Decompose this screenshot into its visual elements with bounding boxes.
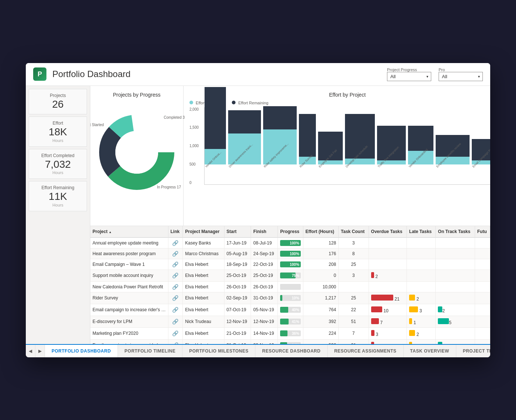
cell-ontrack: 2 [436,304,475,316]
col-future[interactable]: Futu [475,226,490,237]
legend-dot-remaining [232,101,236,104]
cell-tasks: 25 [338,292,369,304]
progress-fill [280,307,288,313]
link-icon[interactable]: 🔗 [172,261,178,267]
pro-select[interactable]: All [439,72,483,81]
tab-resource-assignments[interactable]: RESOURCE ASSIGNMENTS [328,345,404,357]
cell-overdue [369,259,407,270]
cell-manager: Elva Hebert [183,270,224,281]
tab-nav-prev[interactable]: ◀ [26,345,35,357]
progress-bar: 34% [280,342,301,344]
col-progress[interactable]: Progress [278,226,303,237]
cell-start: 25-Oct-19 [224,270,251,281]
tab-project-timeline[interactable]: PROJECT TIMELINE [456,345,490,357]
cell-overdue [369,248,407,259]
cell-tasks: 7 [338,327,369,339]
link-icon[interactable]: 🔗 [172,240,178,246]
bar-chart-title: Effort by Project [189,92,490,98]
cell-late: 2 [407,292,436,304]
link-icon[interactable]: 🔗 [172,251,178,257]
link-icon[interactable]: 🔗 [172,284,178,290]
donut-svg-wrapper: Completed 3 Not Started6 In Progress 17 [96,112,177,193]
col-ontrack[interactable]: On Track Tasks [436,226,475,237]
tab-portfolio-dashboard[interactable]: PORTFOLIO DASHBOARD [45,345,118,357]
cell-effort: 208 [303,259,338,270]
cell-link[interactable]: 🔗 [168,339,183,344]
late-bar [409,295,415,301]
cell-start: 05-Aug-19 [224,248,251,259]
col-project[interactable]: Project ▲ [90,226,168,237]
link-icon[interactable]: 🔗 [172,273,178,278]
donut-label-notstarted: Not Started6 [90,123,104,131]
cell-effort: 392 [303,316,338,327]
ontrack-bar [438,318,449,324]
progress-fill [280,295,282,301]
bar-group: Vendor Onboarding [408,126,433,184]
cell-effort: 224 [303,327,338,339]
col-manager[interactable]: Project Manager [183,226,224,237]
stat-effort-completed: Effort Completed 7,032 Hours [29,149,87,179]
cell-link[interactable]: 🔗 [168,248,183,259]
cell-start: 07-Oct-19 [224,304,251,316]
tab-nav-next[interactable]: ▶ [35,345,45,357]
col-effort[interactable]: Effort (Hours) [303,226,338,237]
cell-manager: Elva Hebert [183,327,224,339]
cell-overdue: 2 [369,270,407,281]
cell-late: 1 [407,316,436,327]
col-finish[interactable]: Finish [251,226,278,237]
link-icon[interactable]: 🔗 [172,319,178,324]
stat-effort-remaining-unit: Hours [34,203,82,207]
tab-portfolio-timeline[interactable]: PORTFOLIO TIMELINE [118,345,182,357]
overdue-bar [371,272,374,278]
link-icon[interactable]: 🔗 [172,295,178,301]
col-link[interactable]: Link [168,226,183,237]
col-start[interactable]: Start [224,226,251,237]
link-icon[interactable]: 🔗 [172,342,178,344]
filter-wrapper-progress: All [387,72,431,81]
link-icon[interactable]: 🔗 [172,307,178,313]
cell-late [407,248,436,259]
cell-manager: Marco Christmas [183,248,224,259]
cell-link[interactable]: 🔗 [168,316,183,327]
cell-project: Rider Survey [90,292,168,304]
bar-group: Email Campaign for Rid... [472,139,490,184]
table-row: E-discovery for LPM 🔗 Nick Trudeau 12-No… [90,316,490,327]
col-overdue[interactable]: Overdue Tasks [369,226,407,237]
cell-link[interactable]: 🔗 [168,237,183,249]
tab-resource-dashboard[interactable]: RESOURCE DASHBOARD [255,345,327,357]
col-late[interactable]: Late Tasks [407,226,436,237]
cell-project: Support mobile account inquiry [90,270,168,281]
cell-link[interactable]: 🔗 [168,327,183,339]
progress-bar [280,284,301,290]
cell-finish: 08-Jul-19 [251,237,278,249]
y-axis: 0 500 1,000 1,500 2,000 [189,107,199,185]
bar-group: Employee benefits review [436,135,469,184]
cell-link[interactable]: 🔗 [168,281,183,292]
cell-project: New Caledonia Power Plant Retrofit [90,281,168,292]
tab-task-overview[interactable]: TASK OVERVIEW [404,345,456,357]
cell-effort: 536 [303,339,338,344]
progress-bar: 36% [280,330,301,336]
progress-fill [280,319,289,324]
header-filters: Project Progress All Pro All [387,67,483,81]
cell-progress: 100% [278,259,303,270]
cell-link[interactable]: 🔗 [168,292,183,304]
cell-link[interactable]: 🔗 [168,304,183,316]
tab-portfolio-milestones[interactable]: PORTFOLIO MILESTONES [182,345,255,357]
col-tasks[interactable]: Task Count [338,226,369,237]
project-progress-select[interactable]: All [387,72,431,81]
cell-manager: Elva Hebert [183,304,224,316]
cell-effort: 1,217 [303,292,338,304]
cell-progress: 75% [278,270,303,281]
progress-bar: 40% [280,307,301,313]
cell-link[interactable]: 🔗 [168,270,183,281]
donut-chart: Completed 3 Not Started6 In Progress 17 [96,101,177,204]
cell-tasks: 8 [338,248,369,259]
legend-dot-completed [189,101,193,104]
link-icon[interactable]: 🔗 [172,330,178,336]
cell-link[interactable]: 🔗 [168,259,183,270]
stat-effort-label: Effort [34,121,82,126]
cell-progress: 34% [278,339,303,344]
cell-tasks: 3 [338,237,369,249]
cell-late: 1 [407,339,436,344]
